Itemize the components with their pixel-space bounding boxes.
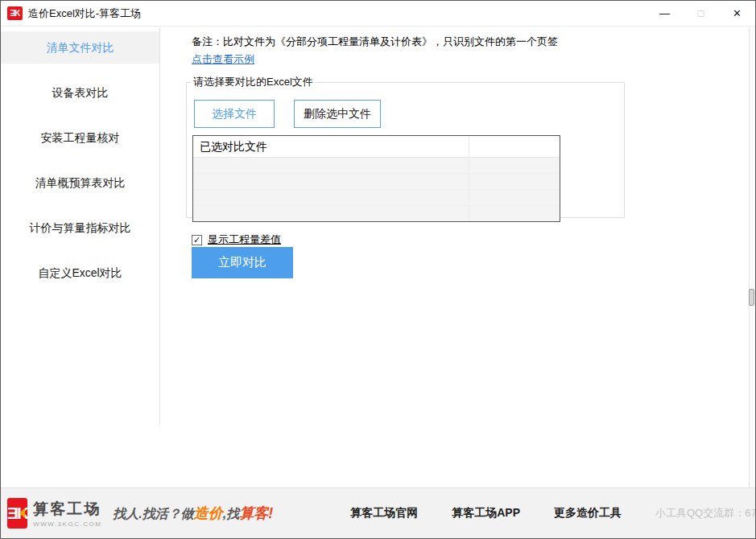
sidebar-item-equipment-table-compare[interactable]: 设备表对比: [1, 76, 159, 109]
scrollbar-thumb[interactable]: [749, 289, 754, 306]
app-window: ƎK 造价Excel对比-算客工场 — □ ✕ 清单文件对比 设备表对比 安装工…: [0, 0, 756, 539]
logo-url: WWW.3KGC.COM: [33, 520, 101, 528]
table-row[interactable]: [193, 174, 560, 190]
sidebar-divider: [159, 27, 160, 426]
selected-files-table: 已选对比文件: [192, 135, 560, 222]
app-logo-icon: ƎK: [7, 6, 23, 20]
note-text: 备注：比对文件为《分部分项工程量清单及计价表》，只识别文件的第一个页签: [192, 34, 558, 50]
file-select-groupbox: 请选择要对比的Excel文件 选择文件 删除选中文件 已选对比文件: [186, 75, 625, 218]
vertical-scrollbar[interactable]: [749, 27, 755, 488]
logo-text-block: 算客工场 WWW.3KGC.COM: [33, 499, 101, 528]
table-header-empty: [469, 136, 560, 157]
qq-group-text: 小工具QQ交流群：675388312: [655, 506, 756, 520]
show-quantity-diff-option[interactable]: ✓ 显示工程量差值: [192, 232, 281, 247]
title-bar: ƎK 造价Excel对比-算客工场 — □ ✕: [1, 1, 755, 27]
groupbox-label: 请选择要对比的Excel文件: [191, 75, 316, 89]
checkbox-label[interactable]: 显示工程量差值: [208, 232, 281, 247]
more-tools-link[interactable]: 更多造价工具: [554, 506, 622, 520]
table-row[interactable]: [193, 158, 560, 174]
sidebar-item-installation-quantity-check[interactable]: 安装工程量核对: [1, 121, 159, 154]
title-bar-left: ƎK 造价Excel对比-算客工场: [1, 6, 647, 21]
select-file-button[interactable]: 选择文件: [194, 100, 275, 128]
table-row[interactable]: [193, 190, 560, 206]
footer-slogan: 找人.找活？做造价,找算客!: [113, 504, 273, 523]
footer: ƎK 算客工场 WWW.3KGC.COM 找人.找活？做造价,找算客! 算客工场…: [1, 488, 755, 538]
table-row[interactable]: [193, 206, 560, 221]
3kgc-logo-icon: ƎK: [7, 498, 27, 529]
maximize-button[interactable]: □: [683, 1, 719, 27]
table-header-selected-files: 已选对比文件: [193, 136, 469, 157]
delete-selected-file-button[interactable]: 删除选中文件: [294, 100, 381, 128]
sidebar-item-list-file-compare[interactable]: 清单文件对比: [1, 31, 159, 64]
minimize-button[interactable]: —: [647, 1, 683, 27]
sidebar-item-pricing-indicator-compare[interactable]: 计价与算量指标对比: [1, 212, 159, 244]
official-site-link[interactable]: 算客工场官网: [350, 506, 418, 520]
window-controls: — □ ✕: [647, 1, 755, 27]
view-example-link[interactable]: 点击查看示例: [192, 52, 254, 67]
logo-name: 算客工场: [33, 499, 101, 520]
footer-links: 算客工场官网 算客工场APP 更多造价工具: [350, 506, 655, 520]
close-button[interactable]: ✕: [719, 1, 755, 27]
sidebar: 清单文件对比 设备表对比 安装工程量核对 清单概预算表对比 计价与算量指标对比 …: [1, 27, 159, 488]
compare-now-button[interactable]: 立即对比: [192, 247, 293, 278]
sidebar-item-budget-table-compare[interactable]: 清单概预算表对比: [1, 167, 159, 199]
app-link[interactable]: 算客工场APP: [452, 506, 520, 520]
checkbox-checked-icon[interactable]: ✓: [192, 235, 202, 245]
table-header-row: 已选对比文件: [193, 136, 560, 158]
sidebar-item-custom-excel-compare[interactable]: 自定义Excel对比: [1, 257, 159, 289]
window-title: 造价Excel对比-算客工场: [28, 6, 141, 21]
